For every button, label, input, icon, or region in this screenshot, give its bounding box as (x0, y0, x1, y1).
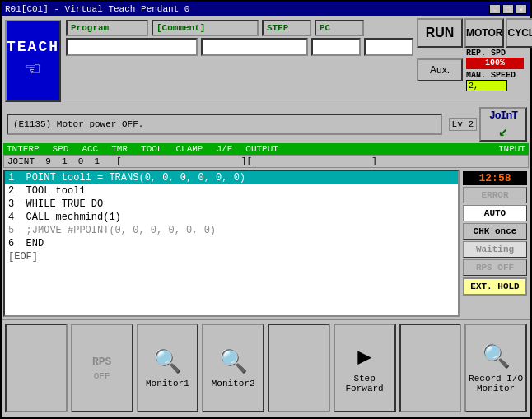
step-forward-icon: ▶ (357, 342, 371, 370)
step-label: STEP (262, 20, 311, 36)
spd-label: SPD (53, 144, 69, 154)
run-button[interactable]: RUN (417, 18, 463, 48)
pc-label: PC (315, 20, 364, 36)
man-speed-label: MAN. SPEED (466, 71, 532, 80)
minimize-button[interactable]: – (489, 4, 501, 14)
rep-spd-area: REP. SPD 100% MAN. SPEED 2, (464, 49, 532, 91)
record-io-icon: 🔍 (482, 342, 511, 370)
empty-slot-2 (268, 324, 330, 412)
monitor2-label: Monitor2 (212, 379, 255, 389)
empty-slot-1 (5, 324, 68, 412)
right-status-panel: 12:58 ERROR AUTO CHK once Waiting RPS OF… (461, 170, 529, 317)
input-label: INPUT (498, 144, 525, 154)
monitor1-button[interactable]: 🔍 Monitor1 (137, 324, 199, 412)
program-area: Program [Comment] STEP PC (64, 16, 415, 105)
tool-label: TOOL (141, 144, 162, 154)
status-joint-row: (E1135) Motor power OFF. Lv 2 JoInT ↙ (2, 105, 530, 143)
top-buttons-row: RUN MOTOR CYCLE (417, 18, 532, 48)
rps-off-button[interactable]: RPS OFF (71, 324, 133, 412)
pc-input[interactable] (364, 38, 413, 56)
second-buttons-row: Aux. REP. SPD 100% MAN. SPEED 2, (417, 49, 532, 91)
maximize-button[interactable]: □ (502, 4, 514, 14)
comment-label: [Comment] (152, 20, 259, 36)
joint-info-bar: JOINT 9 1 0 1 [ ][ ] (3, 155, 529, 168)
title-bar: R01[C01] - Virtual Teach Pendant 0 – □ ✕ (2, 2, 530, 16)
joint-button[interactable]: JoInT ↙ (479, 107, 527, 142)
joint-text: JoInT (489, 109, 517, 122)
program-top-row: Program [Comment] STEP PC (66, 20, 413, 36)
window-title: R01[C01] - Virtual Teach Pendant 0 (5, 4, 189, 14)
code-line-2: 2 TOOL tool1 (5, 184, 458, 198)
right-panel: RUN MOTOR CYCLE Aux. REP. SPD 100% MAN. … (415, 16, 532, 105)
clamp-label: CLAMP (175, 144, 203, 154)
monitor1-icon: 🔍 (153, 347, 182, 375)
teach-label: TEACH (7, 39, 59, 55)
step-forward-button[interactable]: ▶ StepForward (334, 324, 396, 412)
step-forward-label: StepForward (346, 374, 384, 393)
auto-status[interactable]: AUTO (463, 205, 527, 221)
tmr-label: TMR (111, 144, 128, 154)
waiting-status[interactable]: Waiting (463, 241, 527, 258)
status-message: (E1135) Motor power OFF. (7, 114, 442, 135)
comment-input[interactable] (201, 38, 308, 56)
code-line-4: 4 CALL mechmind(1) (5, 211, 458, 224)
output-label: OUTPUT (245, 144, 485, 154)
close-button[interactable]: ✕ (516, 4, 527, 14)
code-section: 1 POINT tool1 = TRANS(0, 0, 0, 0, 0, 0) … (3, 170, 460, 317)
cycle-button[interactable]: CYCLE (506, 18, 532, 48)
step-input[interactable] (311, 38, 361, 56)
je-label: J/E (216, 144, 232, 154)
record-io-button[interactable]: 🔍 Record I/OMonitor (464, 324, 527, 412)
monitor2-icon: 🔍 (219, 347, 248, 375)
code-line-5: 5 ;JMOVE #PPOINT(0, 0, 0, 0, 0, 0) (5, 224, 458, 237)
joint-lv-area: Lv 2 JoInT ↙ (449, 107, 527, 142)
hand-icon: ☜ (26, 55, 40, 83)
rps-off-label: OFF (94, 371, 110, 381)
empty-slot-3 (399, 324, 462, 412)
code-right-section: 1 POINT tool1 = TRANS(0, 0, 0, 0, 0, 0) … (3, 170, 529, 317)
program-name-input[interactable] (66, 38, 198, 56)
error-status[interactable]: ERROR (463, 187, 527, 203)
code-line-1: 1 POINT tool1 = TRANS(0, 0, 0, 0, 0, 0) (5, 171, 458, 184)
code-line-6: 6 END (5, 237, 458, 250)
joint-info-text: JOINT 9 1 0 1 [ ][ ] (7, 156, 377, 166)
joint-arrow-icon: ↙ (499, 122, 508, 140)
rps-off-status[interactable]: RPS OFF (463, 259, 527, 276)
rps-icon: RPS (92, 356, 111, 368)
monitor2-button[interactable]: 🔍 Monitor2 (202, 324, 264, 412)
interp-bar: INTERP SPD ACC TMR TOOL CLAMP J/E OUTPUT… (3, 143, 529, 155)
motor-button[interactable]: MOTOR (464, 18, 504, 48)
ext-hold-status[interactable]: EXT. HOLD (463, 277, 527, 296)
lv-badge: Lv 2 (449, 118, 477, 131)
aux-button[interactable]: Aux. (417, 58, 463, 81)
main-content: TEACH ☜ Program [Comment] STEP PC (2, 16, 530, 417)
title-bar-buttons: – □ ✕ (489, 4, 527, 14)
rep-spd-label: REP. SPD (466, 49, 532, 58)
time-display: 12:58 (463, 171, 527, 185)
chk-once-status[interactable]: CHK once (463, 223, 527, 240)
top-area: TEACH ☜ Program [Comment] STEP PC (2, 16, 530, 105)
bottom-toolbar: RPS OFF 🔍 Monitor1 🔍 Monitor2 ▶ StepForw… (2, 319, 530, 417)
code-line-3: 3 WHILE TRUE DO (5, 198, 458, 211)
speed-bar: 100% (466, 58, 524, 69)
record-io-label: Record I/OMonitor (469, 374, 523, 393)
teach-button[interactable]: TEACH ☜ (5, 20, 61, 102)
program-label: Program (66, 20, 148, 36)
acc-label: ACC (82, 144, 98, 154)
man-speed-value: 2, (466, 80, 507, 91)
main-window: R01[C01] - Virtual Teach Pendant 0 – □ ✕… (0, 0, 532, 419)
monitor1-label: Monitor1 (146, 379, 189, 389)
eof-line: [EOF] (5, 250, 458, 263)
interp-label: INTERP (7, 144, 40, 154)
program-input-row (66, 38, 413, 56)
